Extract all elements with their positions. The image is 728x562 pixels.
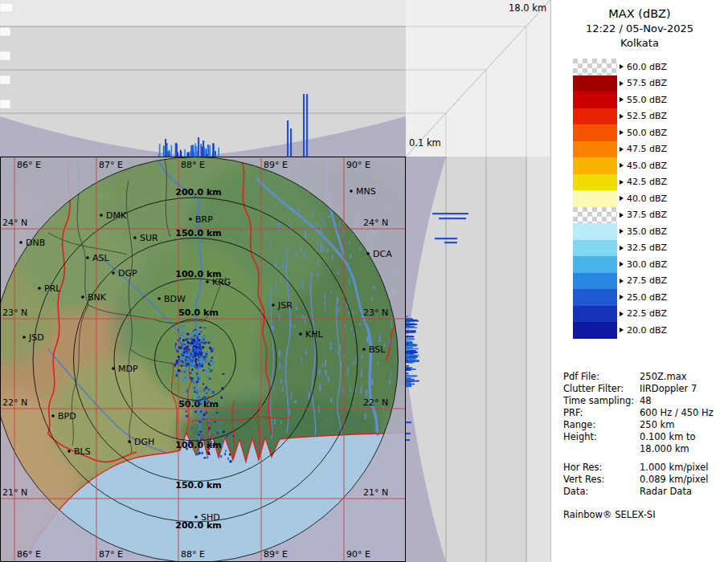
scale-label: 35.0 dBZ bbox=[627, 226, 667, 237]
longitude-label: 87° E bbox=[99, 549, 123, 560]
scale-row: 45.0 dBZ bbox=[573, 157, 728, 174]
station-label: JSR bbox=[277, 300, 292, 311]
scale-row: 40.0 dBZ bbox=[573, 190, 728, 207]
station-label: DGH bbox=[134, 437, 154, 447]
scale-label: 40.0 dBZ bbox=[627, 193, 667, 204]
scale-tick-icon bbox=[620, 246, 624, 250]
echo-bar bbox=[287, 120, 288, 157]
longitude-label: 86° E bbox=[17, 160, 41, 170]
map-canvas: 86° E86° E87° E87° E88° E88° E89° E89° E… bbox=[0, 157, 406, 562]
echo-segment bbox=[444, 242, 457, 243]
longitude-label: 90° E bbox=[346, 549, 370, 560]
scale-tick-icon bbox=[620, 196, 624, 201]
meta-label: Data: bbox=[563, 486, 640, 498]
station-dot bbox=[128, 440, 131, 443]
corner-axis-panel: 18.0 km 0.1 km bbox=[406, 0, 550, 157]
scale-label: 55.0 dBZ bbox=[627, 95, 667, 105]
meta-row: Pdf File:250Z.max bbox=[563, 371, 728, 383]
meta-label: Vert Res: bbox=[563, 474, 640, 486]
scale-row: 50.0 dBZ bbox=[573, 124, 728, 141]
product-metadata: Pdf File:250Z.maxClutter Filter:IIRDoppl… bbox=[563, 371, 728, 498]
range-ring-label: 150.0 km bbox=[175, 480, 221, 491]
scale-tick-icon bbox=[620, 279, 624, 283]
min-height-label: 0.1 km bbox=[409, 137, 441, 149]
radar-max-display: 18.0 km 0.1 km bbox=[0, 0, 728, 562]
meta-value: 250Z.max bbox=[640, 371, 728, 383]
station-dot bbox=[299, 332, 302, 336]
side-height-profile-panel bbox=[406, 157, 550, 562]
scale-row: 35.0 dBZ bbox=[573, 223, 728, 240]
legend-header: MAX (dBZ) 12:22 / 05-Nov-2025 Kolkata bbox=[551, 6, 728, 51]
range-ring-label: 150.0 km bbox=[175, 228, 221, 238]
meta-value: IIRDoppler 7 bbox=[640, 383, 728, 395]
station-label: SHD bbox=[201, 512, 220, 523]
corner-axis-canvas bbox=[406, 0, 550, 157]
meta-row: 18.000 km bbox=[563, 443, 728, 455]
scale-row: 42.5 dBZ bbox=[573, 174, 728, 191]
scale-swatch bbox=[573, 256, 617, 273]
dbz-color-scale: 60.0 dBZ57.5 dBZ55.0 dBZ52.5 dBZ50.0 dBZ… bbox=[573, 59, 728, 339]
scale-row: 22.5 dBZ bbox=[573, 306, 728, 323]
top-profile-canvas bbox=[0, 0, 406, 157]
scale-tick-icon bbox=[620, 295, 624, 299]
station-label: PRL bbox=[44, 283, 61, 294]
latitude-label: 21° N bbox=[2, 487, 27, 498]
meta-row: Time sampling:48 bbox=[563, 395, 728, 407]
station-dot bbox=[133, 236, 137, 239]
scale-label: 20.0 dBZ bbox=[627, 325, 667, 336]
station-label: DMK bbox=[106, 210, 127, 221]
echo-segment bbox=[435, 238, 457, 239]
meta-value: 600 Hz / 450 Hz bbox=[640, 407, 728, 419]
scale-row: 47.5 dBZ bbox=[573, 141, 728, 158]
station-dot bbox=[189, 218, 192, 221]
station-label: JSD bbox=[28, 332, 44, 343]
echo-segment bbox=[406, 422, 411, 423]
echo-segment bbox=[432, 213, 468, 214]
scale-label: 22.5 dBZ bbox=[627, 308, 667, 319]
station-dot bbox=[112, 271, 115, 275]
scale-tick-icon bbox=[620, 147, 624, 152]
station-dot bbox=[272, 303, 275, 307]
scale-swatch bbox=[573, 59, 617, 75]
station-dot bbox=[51, 414, 55, 417]
station-label: BRP bbox=[195, 214, 213, 225]
scale-swatch bbox=[573, 322, 617, 339]
range-ring-label: 50.0 km bbox=[178, 399, 219, 409]
station-label: DGP bbox=[118, 268, 137, 279]
station-dot bbox=[362, 348, 366, 351]
echo-bar bbox=[290, 128, 292, 157]
station-label: SUR bbox=[140, 233, 158, 243]
scale-tick-icon bbox=[620, 229, 624, 234]
meta-value: 0.089 km/pixel bbox=[640, 474, 728, 486]
latitude-label: 24° N bbox=[363, 218, 388, 228]
radar-site-name: Kolkata bbox=[551, 36, 728, 51]
meta-row: Height:0.100 km to bbox=[563, 431, 728, 443]
scale-tick-icon bbox=[620, 114, 624, 119]
scale-swatch bbox=[573, 273, 617, 290]
timestamp: 12:22 / 05-Nov-2025 bbox=[551, 22, 728, 36]
station-dot bbox=[100, 214, 103, 217]
latitude-label: 22° N bbox=[363, 397, 388, 408]
scale-label: 42.5 dBZ bbox=[627, 177, 667, 187]
meta-row: Range:250 km bbox=[563, 419, 728, 431]
scale-swatch bbox=[573, 124, 617, 141]
scale-row: 32.5 dBZ bbox=[573, 240, 728, 257]
longitude-label: 88° E bbox=[181, 549, 205, 560]
station-label: KRG bbox=[212, 277, 231, 287]
scale-swatch bbox=[573, 108, 617, 125]
scale-label: 27.5 dBZ bbox=[627, 275, 667, 286]
scale-label: 47.5 dBZ bbox=[627, 144, 667, 154]
station-dot bbox=[206, 280, 209, 283]
longitude-label: 89° E bbox=[264, 549, 288, 560]
scale-row: 37.5 dBZ bbox=[573, 207, 728, 224]
meta-row: PRF:600 Hz / 450 Hz bbox=[563, 407, 728, 419]
station-label: MDP bbox=[118, 364, 138, 374]
scale-label: 50.0 dBZ bbox=[627, 128, 667, 138]
meta-label: Pdf File: bbox=[563, 371, 640, 383]
station-dot bbox=[38, 287, 41, 290]
scale-row: 57.5 dBZ bbox=[573, 75, 728, 92]
echo-bar bbox=[303, 94, 305, 157]
latitude-label: 23° N bbox=[363, 307, 388, 318]
echo-segment bbox=[406, 439, 410, 441]
station-label: BPD bbox=[58, 411, 76, 422]
